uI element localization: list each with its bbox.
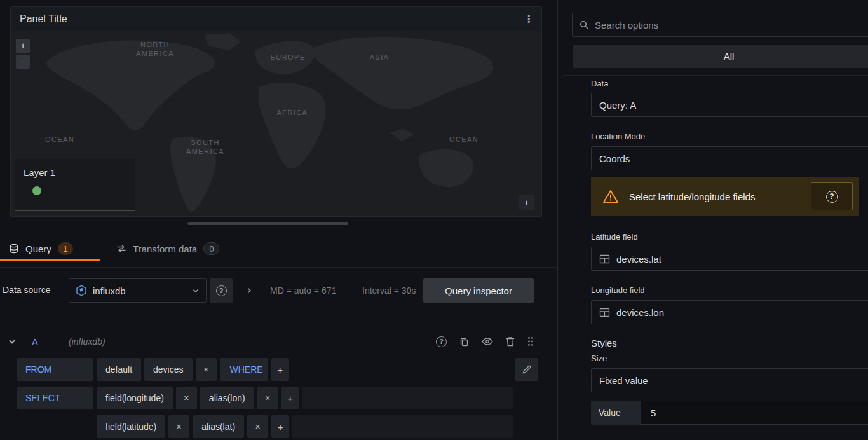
eye-icon bbox=[482, 337, 493, 346]
size-label: Size bbox=[591, 354, 607, 363]
query-builder: FROM default devices × WHERE + SELECT fi… bbox=[17, 358, 538, 438]
remove-query-button[interactable] bbox=[506, 336, 515, 347]
datasource-help-button[interactable]: ? bbox=[210, 278, 233, 303]
select-row-1: SELECT field(longitude) × alias(lon) × + bbox=[17, 387, 538, 409]
layer-legend: Layer 1 bbox=[15, 158, 135, 211]
collapse-query-icon[interactable] bbox=[8, 337, 17, 346]
styles-section-header: Styles bbox=[591, 338, 617, 348]
remove-field-button[interactable]: × bbox=[168, 415, 189, 438]
add-part-button[interactable]: + bbox=[271, 415, 289, 438]
row-filler bbox=[292, 415, 513, 438]
query-toolbar: Data source influxdb ? MD = auto = 671 I… bbox=[0, 278, 557, 303]
map-label: NORTH AMERICA bbox=[136, 40, 174, 58]
datasource-picker[interactable]: influxdb bbox=[69, 278, 207, 303]
drag-handle[interactable] bbox=[527, 336, 534, 347]
select-alias-segment[interactable]: alias(lon) bbox=[200, 387, 254, 409]
select-row-2: field(latitude) × alias(lat) × + bbox=[17, 415, 538, 438]
from-measurement-segment[interactable]: devices bbox=[144, 358, 192, 381]
add-where-condition-button[interactable]: + bbox=[271, 358, 289, 381]
zoom-out-button[interactable]: − bbox=[16, 55, 30, 69]
tabs-divider bbox=[0, 267, 557, 268]
grip-icon bbox=[527, 336, 534, 347]
interval-stat: Interval = 30s bbox=[362, 285, 416, 296]
editor-tabs: Query 1 Transform data 0 bbox=[0, 236, 228, 261]
tab-query[interactable]: Query 1 bbox=[0, 236, 100, 261]
zoom-in-button[interactable]: + bbox=[16, 39, 30, 53]
longitude-field-picker[interactable]: devices.lon bbox=[591, 300, 868, 324]
grafana-panel-editor: Panel Title ⋮ NORTH AMERICA EUROPE bbox=[0, 0, 868, 440]
question-circle-icon: ? bbox=[826, 191, 838, 203]
size-mode-select[interactable]: Fixed value bbox=[591, 368, 868, 392]
layer-name: Layer 1 bbox=[24, 167, 135, 178]
query-refid: A bbox=[32, 336, 38, 347]
latitude-field-picker[interactable]: devices.lat bbox=[591, 247, 868, 271]
fixed-value-row: Value bbox=[591, 401, 868, 425]
search-icon bbox=[579, 20, 589, 30]
select-field-segment[interactable]: field(longitude) bbox=[97, 387, 173, 409]
transform-count-badge: 0 bbox=[203, 242, 219, 255]
map-attribution-button[interactable]: i bbox=[519, 195, 534, 210]
layer-color-dot bbox=[32, 186, 41, 195]
select-field-segment[interactable]: field(latitude) bbox=[97, 415, 165, 438]
where-keyword[interactable]: WHERE bbox=[220, 358, 268, 381]
add-part-button[interactable]: + bbox=[281, 387, 299, 409]
search-input[interactable] bbox=[595, 20, 868, 31]
row-filler bbox=[302, 387, 513, 409]
latitude-field-label: Latitude field bbox=[591, 232, 638, 242]
horizontal-scrollbar[interactable] bbox=[187, 222, 348, 225]
question-circle-icon: ? bbox=[216, 285, 227, 296]
row-indent bbox=[17, 415, 93, 438]
influxdb-logo-icon bbox=[76, 285, 87, 296]
datasource-value: influxdb bbox=[93, 285, 186, 296]
kebab-icon: ⋮ bbox=[524, 13, 534, 24]
map-label: EUROPE bbox=[271, 53, 306, 62]
hide-response-button[interactable] bbox=[482, 337, 493, 346]
map-label: OCEAN bbox=[449, 135, 478, 144]
geomap-canvas[interactable]: NORTH AMERICA EUROPE ASIA AFRICA SOUTH A… bbox=[11, 31, 541, 216]
panel-header[interactable]: Panel Title ⋮ bbox=[11, 7, 541, 31]
filter-all-button[interactable]: All bbox=[573, 45, 868, 68]
select-alias-segment[interactable]: alias(lat) bbox=[193, 415, 244, 438]
query-help-button[interactable]: ? bbox=[436, 336, 447, 347]
from-keyword[interactable]: FROM bbox=[17, 358, 93, 381]
sidebar-divider bbox=[563, 75, 868, 76]
remove-alias-button[interactable]: × bbox=[257, 387, 278, 409]
size-mode-value: Fixed value bbox=[599, 375, 648, 386]
remove-measurement-button[interactable]: × bbox=[196, 358, 217, 381]
select-keyword[interactable]: SELECT bbox=[17, 387, 93, 409]
remove-field-button[interactable]: × bbox=[176, 387, 197, 409]
expand-section-button[interactable] bbox=[238, 278, 261, 303]
map-label: SOUTH AMERICA bbox=[186, 138, 224, 156]
transform-icon bbox=[116, 244, 126, 254]
data-select[interactable]: Query: A bbox=[591, 93, 868, 117]
pane-divider[interactable] bbox=[557, 0, 558, 440]
field-grid-icon bbox=[599, 308, 610, 317]
from-database-segment[interactable]: default bbox=[97, 358, 141, 381]
trash-icon bbox=[506, 336, 515, 347]
data-label: Data bbox=[591, 79, 608, 88]
panel-menu-button[interactable]: ⋮ bbox=[521, 11, 536, 27]
location-mode-label: Location Mode bbox=[591, 132, 645, 141]
latitude-field-value: devices.lat bbox=[616, 254, 661, 265]
edit-raw-query-button[interactable] bbox=[515, 358, 538, 381]
location-mode-select[interactable]: Coords bbox=[591, 146, 868, 170]
options-sidebar: All Data Query: A Location Mode Coords S… bbox=[563, 0, 868, 440]
query-inspector-button[interactable]: Query inspector bbox=[423, 278, 534, 303]
warning-help-button[interactable]: ? bbox=[811, 182, 853, 210]
query-row-header[interactable]: A (influxdb) ? bbox=[0, 330, 557, 353]
options-search[interactable] bbox=[572, 13, 868, 37]
warning-alert: Select latitude/longitude fields ? bbox=[591, 177, 859, 216]
field-grid-icon bbox=[599, 254, 610, 264]
map-label: ASIA bbox=[370, 53, 390, 62]
query-count-badge: 1 bbox=[58, 242, 73, 255]
fixed-value-input[interactable] bbox=[641, 401, 868, 425]
location-mode-value: Coords bbox=[599, 153, 630, 164]
tab-transform[interactable]: Transform data 0 bbox=[107, 236, 228, 261]
duplicate-query-button[interactable] bbox=[459, 337, 469, 347]
value-field-label: Value bbox=[591, 401, 641, 425]
panel-preview: Panel Title ⋮ NORTH AMERICA EUROPE bbox=[10, 6, 542, 217]
remove-alias-button[interactable]: × bbox=[247, 415, 268, 438]
chevron-right-icon bbox=[245, 287, 253, 294]
zoom-controls: + − bbox=[16, 39, 30, 69]
copy-icon bbox=[459, 337, 469, 347]
